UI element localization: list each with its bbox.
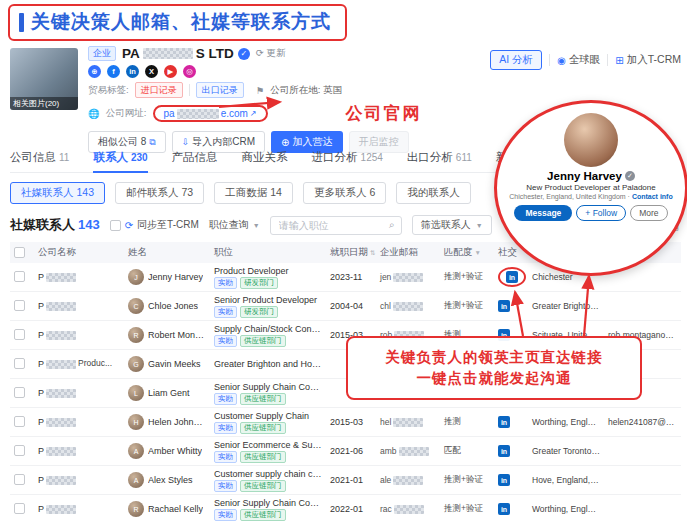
tab[interactable]: 联系人 230 (93, 150, 147, 165)
contact-name[interactable]: Rachael Kelly (148, 504, 203, 514)
contact-name[interactable]: Amber Whitty (148, 446, 202, 456)
match-level-cell: 推测 (440, 416, 494, 428)
page-title-text: 关键决策人邮箱、社媒等联系方式 (31, 9, 331, 35)
row-checkbox[interactable] (14, 416, 25, 427)
filter-icon[interactable]: ▼ (475, 249, 481, 256)
contact-chip[interactable]: 工商数据 14 (214, 182, 293, 204)
tab-count: 11 (59, 152, 69, 163)
row-checkbox[interactable] (14, 271, 25, 282)
table-row[interactable]: P C Chloe Jones Senior Product Developer… (10, 292, 681, 321)
linkedin-icon[interactable]: in (498, 474, 510, 486)
row-checkbox[interactable] (14, 300, 25, 311)
title-accent-bar (19, 13, 24, 32)
contact-type-chips: 社媒联系人 143 邮件联系人 73 工商数据 14 更多联系人 6 我的联系人 (10, 182, 471, 204)
tab[interactable]: 进口分析 1254 (312, 150, 383, 165)
chevron-down-icon: ▼ (253, 222, 260, 229)
job-title-cell: Senior Ecommerce & Supply Cha... 实勘供应链部门 (210, 440, 326, 463)
row-checkbox[interactable] (14, 503, 25, 514)
contact-name[interactable]: Robert Monta... (148, 330, 206, 340)
start-date-cell: 2004-04 (326, 301, 376, 311)
more-button[interactable]: More (630, 205, 667, 221)
contact-name[interactable]: Gavin Meeks (148, 359, 201, 369)
tab[interactable]: 公司信息 11 (10, 150, 69, 165)
linkedin-icon[interactable]: in (498, 445, 510, 457)
table-row[interactable]: P R Rachael Kelly Senior Supply Chain Co… (10, 495, 681, 523)
website-icon[interactable]: ⊕ (88, 65, 101, 78)
follow-button[interactable]: + Follow (576, 205, 626, 221)
global-eye-button[interactable]: ◉ 全球眼 (557, 53, 600, 67)
linkedin-name: Jenny Harvey ✓ (547, 170, 635, 182)
linkedin-icon[interactable]: in (498, 300, 510, 312)
company-cell: P (34, 272, 124, 282)
contact-name[interactable]: Jenny Harvey (148, 272, 203, 282)
col-match[interactable]: 匹配度▼ (440, 246, 494, 259)
enterprise-badge: 企业 (88, 46, 116, 61)
job-title-cell: Greater Brighton and Hove Area (210, 359, 326, 370)
col-date[interactable]: 就职日期⇅ (326, 246, 376, 259)
row-checkbox[interactable] (14, 445, 25, 456)
linkedin-callout-annotation: 关键负责人的领英主页直达链接 一键点击就能发起沟通 (346, 336, 642, 400)
job-tag: 供应链部门 (240, 509, 286, 521)
job-tag: 供应链部门 (240, 335, 286, 347)
row-checkbox[interactable] (14, 387, 25, 398)
avatar: L (128, 385, 144, 401)
start-date-cell: 2021-01 (326, 475, 376, 485)
position-query-dropdown[interactable]: 职位查询 ▼ (209, 218, 260, 232)
divider (189, 84, 190, 96)
sort-icon[interactable]: ⇅ (370, 249, 375, 257)
chip-count: 14 (270, 186, 282, 200)
avatar: A (128, 443, 144, 459)
chip-count: 6 (369, 186, 375, 200)
tab[interactable]: 出口分析 611 (407, 150, 472, 165)
company-email-cell: ale (376, 475, 440, 485)
message-button[interactable]: Message (514, 205, 572, 221)
linkedin-location: Chichester, England, United Kingdom · Co… (509, 193, 672, 200)
globe-icon: ◉ (557, 55, 566, 66)
export-record-tag[interactable]: 出口记录 (196, 82, 244, 98)
contact-chip[interactable]: 社媒联系人 143 (10, 182, 105, 204)
table-row[interactable]: P A Amber Whitty Senior Ecommerce & Supp… (10, 437, 681, 466)
filter-contacts-dropdown[interactable]: 筛选联系人 ▼ (412, 215, 492, 235)
join-tcrm-button[interactable]: ⊞ 加入T-CRM (615, 53, 681, 67)
instagram-icon[interactable]: ◎ (183, 65, 196, 78)
row-checkbox[interactable] (14, 329, 25, 340)
linkedin-icon[interactable]: in (126, 65, 139, 78)
linkedin-icon[interactable]: in (498, 503, 510, 515)
refresh-button[interactable]: ⟳ 更新 (256, 47, 286, 60)
tab[interactable]: 商业关系 (242, 150, 288, 165)
facebook-icon[interactable]: f (107, 65, 120, 78)
search-icon[interactable]: ⌕ (389, 219, 395, 231)
contact-info-link[interactable]: Contact info (632, 193, 673, 200)
contact-chip[interactable]: 邮件联系人 73 (115, 182, 204, 204)
row-checkbox[interactable] (14, 474, 25, 485)
select-all-checkbox[interactable] (14, 247, 25, 258)
import-record-tag[interactable]: 进口记录 (135, 82, 183, 98)
contact-name[interactable]: Chloe Jones (148, 301, 198, 311)
linkedin-icon[interactable]: in (506, 271, 518, 283)
tab[interactable]: 产品信息 (172, 150, 218, 165)
job-title-cell: Senior Product Developer 实勘研发部门 (210, 295, 326, 318)
contact-name[interactable]: Helen Johnstone (148, 417, 206, 427)
sync-checkbox[interactable] (110, 220, 121, 231)
company-email-cell: rac (376, 504, 440, 514)
x-twitter-icon[interactable]: X (145, 65, 158, 78)
contact-name[interactable]: Alex Styles (148, 475, 193, 485)
start-date-cell: 2021-06 (326, 446, 376, 456)
company-cell: P (34, 330, 124, 340)
linkedin-icon[interactable]: in (498, 416, 510, 428)
table-row[interactable]: P H Helen Johnstone Customer Supply Chai… (10, 408, 681, 437)
add-icon: ⊞ (615, 55, 623, 66)
contact-name[interactable]: Liam Gent (148, 388, 190, 398)
company-website-link[interactable]: pa e.com ↗ (164, 108, 257, 119)
row-checkbox[interactable] (14, 358, 25, 369)
contact-chip[interactable]: 更多联系人 6 (303, 182, 386, 204)
blurred-company (46, 447, 76, 456)
contact-chip[interactable]: 我的联系人 (396, 182, 471, 204)
section-title: 社媒联系人143 (10, 216, 100, 234)
position-search-input[interactable] (277, 219, 385, 232)
table-row[interactable]: P A Alex Styles Customer supply chain co… (10, 466, 681, 495)
youtube-icon[interactable]: ▶ (164, 65, 177, 78)
blurred-company (46, 360, 76, 369)
company-photo-thumbnail[interactable]: 相关图片(20) (10, 48, 78, 110)
sync-tcrm-toggle[interactable]: ⟳ 同步至T-CRM (110, 218, 199, 232)
